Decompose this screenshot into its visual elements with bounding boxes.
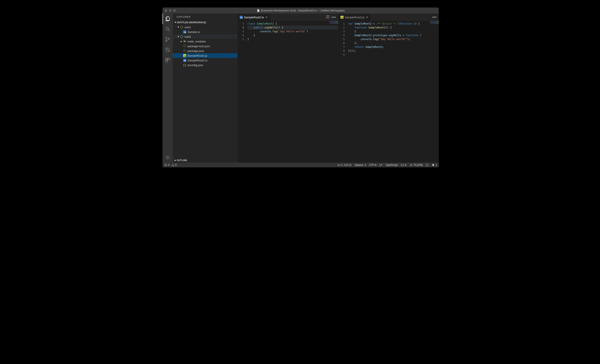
file-tree: root1TSSample.tsroot2node_modulespackage…: [173, 25, 237, 158]
tree-file[interactable]: TSSample.ts: [173, 29, 237, 34]
tree-file[interactable]: package.json: [173, 48, 237, 53]
workspace-section-header[interactable]: UNTITLED (WORKSPACE): [173, 20, 237, 25]
root-icon: [180, 35, 183, 38]
tree-item-label: root1: [185, 26, 191, 29]
status-encoding[interactable]: UTF-8: [369, 164, 376, 166]
file-icon: [257, 9, 260, 12]
editor-area: TS SampleRoot2.ts × ••• 12345: [237, 14, 439, 163]
svg-rect-7: [166, 60, 168, 62]
file-icon-wrap: [183, 44, 187, 48]
window-controls: [162, 9, 176, 12]
chevron-down-icon: [174, 21, 177, 23]
editor-right[interactable]: 123456789 var SampleRoot2 = /** @class *…: [338, 21, 439, 163]
tree-file[interactable]: { }tsconfig.json: [173, 63, 237, 67]
svg-point-3: [169, 38, 170, 39]
tree-item-label: tsconfig.json: [188, 64, 203, 67]
branch-icon: [165, 37, 170, 42]
status-ts-version[interactable]: 3.1.4: [401, 164, 406, 166]
zoom-window-button[interactable]: [173, 9, 176, 12]
tab-sampleroot2-js[interactable]: JS SampleRoot2.js ×: [338, 14, 371, 21]
minimize-window-button[interactable]: [169, 9, 172, 12]
minimap-left[interactable]: [329, 21, 338, 24]
close-icon[interactable]: ×: [366, 16, 368, 19]
svg-point-11: [411, 164, 412, 165]
editor-actions-right: •••: [430, 14, 439, 21]
js-icon: JS: [183, 54, 186, 57]
tree-folder[interactable]: root2: [173, 34, 237, 39]
minimap-right[interactable]: [430, 21, 439, 24]
tab-sampleroot2-ts[interactable]: TS SampleRoot2.ts ×: [237, 14, 270, 21]
statusbar: 0 0 Ln 2, Col 12 Spaces: 4 UTF-8 LF Type…: [162, 163, 439, 167]
folder-icon: [183, 40, 186, 43]
chevron-down-icon: [177, 36, 180, 38]
editor-group-right: JS SampleRoot2.js × ••• 123456789 var Sa…: [338, 14, 439, 163]
workspace-section-label: UNTITLED (WORKSPACE): [177, 21, 206, 24]
tree-item-label: SampleRoot2.ts: [188, 59, 207, 62]
status-ts-server[interactable]: TS [ON]: [410, 164, 423, 166]
npm-icon: [183, 49, 186, 53]
error-count: 0: [168, 164, 170, 166]
editor-group-left: TS SampleRoot2.ts × ••• 12345: [237, 14, 338, 163]
activity-explorer[interactable]: [162, 14, 173, 24]
close-icon[interactable]: ×: [265, 16, 268, 19]
js-icon: JS: [340, 16, 344, 19]
status-indent[interactable]: Spaces: 4: [355, 164, 366, 166]
bell-icon: [432, 164, 435, 166]
activity-extensions[interactable]: [162, 55, 173, 65]
file-icon-wrap: TS: [183, 59, 187, 62]
tree-item-label: root2: [185, 35, 191, 38]
status-errors[interactable]: 0: [164, 164, 170, 166]
warning-icon: [171, 164, 174, 166]
tree-folder[interactable]: root1: [173, 25, 237, 29]
status-feedback[interactable]: [426, 164, 429, 166]
status-cursor[interactable]: Ln 2, Col 12: [338, 164, 352, 166]
status-language[interactable]: TypeScript: [385, 164, 398, 166]
gutter-left: 12345: [237, 21, 247, 163]
editor-left[interactable]: 12345 class SampleRoot2 { public sayHell…: [237, 21, 338, 163]
status-warnings[interactable]: 0: [171, 164, 177, 166]
status-notifications[interactable]: 1: [432, 164, 437, 166]
ts-icon: TS: [183, 30, 186, 33]
gear-icon: [165, 155, 170, 160]
activity-search[interactable]: [162, 24, 173, 34]
warning-count: 0: [175, 164, 177, 166]
svg-rect-6: [168, 58, 170, 60]
chevron-right-icon: [174, 159, 177, 161]
window-title-text: [Extension Development Host] - SampleRoo…: [261, 9, 345, 12]
more-actions-button[interactable]: •••: [432, 15, 437, 19]
tab-label: SampleRoot2.js: [345, 16, 365, 19]
editor-actions-left: •••: [324, 14, 338, 21]
file-icon-wrap: [180, 26, 184, 28]
svg-rect-5: [166, 58, 168, 60]
file-icon-wrap: { }: [183, 64, 187, 67]
outline-section-label: OUTLINE: [177, 159, 187, 162]
activity-bar: [162, 14, 173, 163]
close-window-button[interactable]: [165, 9, 167, 12]
more-actions-button[interactable]: •••: [332, 15, 336, 19]
tree-file[interactable]: TSSampleRoot2.ts: [173, 58, 237, 63]
tree-item-label: package-lock.json: [188, 45, 210, 48]
error-icon: [164, 164, 167, 166]
svg-point-1: [166, 37, 167, 38]
code-right[interactable]: var SampleRoot2 = /** @class */ (functio…: [348, 21, 439, 163]
file-icon-wrap: [183, 49, 187, 53]
activity-debug[interactable]: [162, 45, 173, 55]
tree-file[interactable]: package-lock.json: [173, 44, 237, 48]
activity-scm[interactable]: [162, 34, 173, 45]
svg-point-2: [166, 41, 167, 42]
status-eol[interactable]: LF: [380, 164, 383, 166]
tree-file[interactable]: JSSampleRoot2.js: [173, 53, 237, 58]
tree-folder[interactable]: node_modules: [173, 39, 237, 44]
svg-point-12: [426, 164, 428, 166]
code-left[interactable]: class SampleRoot2 { public sayHello() { …: [247, 21, 338, 163]
split-editor-button[interactable]: [326, 15, 329, 19]
ts-icon: TS: [183, 59, 186, 62]
file-icon-wrap: [183, 40, 187, 43]
outline-section-header[interactable]: OUTLINE: [173, 158, 237, 163]
activity-settings[interactable]: [162, 152, 173, 163]
search-icon: [165, 27, 170, 32]
npm-icon: [183, 44, 186, 48]
bug-icon: [165, 47, 170, 52]
tree-item-label: Sample.ts: [188, 30, 200, 34]
extensions-icon: [165, 57, 170, 63]
